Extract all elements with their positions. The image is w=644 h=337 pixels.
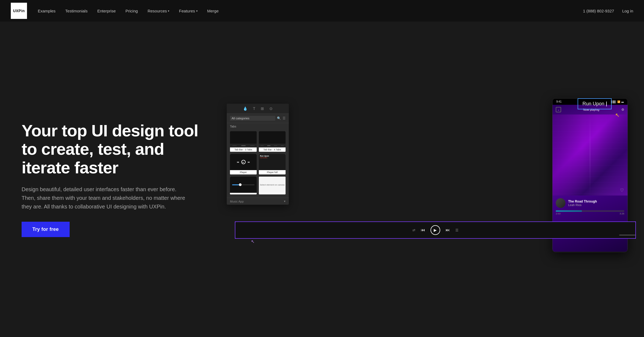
text-icon[interactable]: T — [253, 106, 255, 111]
phone-number: 1 (888) 802-9327 — [583, 9, 614, 13]
tab3-label: Tab Bar - 3 Tabs — [230, 147, 257, 152]
hero-description: Design beautiful, detailed user interfac… — [22, 185, 189, 211]
tab4-label: Tab Bar - 4 Tabs — [259, 147, 286, 152]
nav-item-enterprise[interactable]: Enterprise — [97, 9, 116, 13]
status-time: 9:41 — [556, 100, 561, 103]
panel-item-player-full[interactable]: Run Upon interaction Player full — [259, 154, 286, 174]
nav-item-examples[interactable]: Examples — [38, 9, 56, 13]
prev-icon: ⏮ — [237, 161, 239, 163]
navigation: UXPin Examples Testimonials Enterprise P… — [0, 0, 644, 22]
selection-corner-bl — [235, 237, 237, 239]
time-current: 2:03 — [556, 212, 561, 215]
album-art: ♡ — [553, 114, 628, 196]
player-label: Player — [230, 170, 257, 174]
image-icon[interactable]: ⊞ — [261, 106, 264, 111]
nav-item-features[interactable]: Features ▾ — [179, 9, 197, 13]
progress-section: 2:03 3:26 — [553, 210, 628, 216]
progress-bar-fill — [556, 211, 582, 211]
play-pause-button[interactable]: ▶ — [431, 225, 440, 235]
nav-right: 1 (888) 802-9327 Log in — [583, 9, 633, 13]
next-icon: ⏭ — [248, 161, 250, 163]
track-title: The Road Through — [568, 200, 624, 203]
panel-footer-arrow: ▾ — [284, 200, 286, 203]
panel-item-slider[interactable] — [230, 177, 257, 194]
category-select[interactable]: All categories — [230, 116, 275, 121]
design-panel: 💧 T ⊞ ⊙ All categories 🔍 ☰ Tabs — [227, 104, 289, 205]
chevron-down-icon: ▾ — [196, 9, 198, 12]
progress-times: 2:03 3:26 — [556, 212, 624, 215]
chevron-down-icon[interactable]: ⌄ — [556, 107, 561, 112]
like-button[interactable]: ♡ — [620, 188, 624, 193]
selection-corner-tr — [634, 221, 636, 224]
login-button[interactable]: Log in — [622, 9, 633, 13]
select-label: Select element on canvas — [259, 183, 285, 187]
track-info: The Road Through Leah Rios — [553, 196, 628, 210]
play-icon: ▶ — [434, 228, 437, 232]
chevron-down-icon: ▾ — [168, 9, 169, 12]
cta-button[interactable]: Try for free — [22, 222, 70, 237]
time-total: 3:26 — [619, 212, 624, 215]
track-artist: Leah Rios — [568, 203, 624, 207]
cursor-pointer-icon: ↖ — [251, 239, 255, 244]
logo[interactable]: UXPin — [11, 3, 27, 19]
settings-icon[interactable]: ⊙ — [269, 106, 273, 111]
slider-label — [230, 193, 257, 194]
nav-item-testimonials[interactable]: Testimonials — [65, 9, 88, 13]
panel-section-label: Tabs — [227, 123, 289, 130]
nav-item-pricing[interactable]: Pricing — [126, 9, 138, 13]
settings-icon[interactable]: ⚙ — [621, 108, 624, 112]
nav-links: Examples Testimonials Enterprise Pricing… — [38, 9, 583, 13]
run-upon-input[interactable]: Run Upon — [578, 98, 612, 109]
hero-title: Your top UI design tool to create, test,… — [22, 122, 211, 177]
wifi-icon: 📶 — [617, 100, 620, 103]
panel-grid: Tab Bar - 3 Tabs — [227, 130, 289, 198]
hero-content: Your top UI design tool to create, test,… — [22, 122, 211, 237]
shuffle-icon[interactable]: ⇄ — [412, 228, 415, 232]
panel-footer-label: Music App — [230, 200, 244, 203]
selection-corner-br — [634, 237, 636, 239]
scrollbar[interactable] — [619, 235, 635, 235]
play-circle-icon: ▶ — [241, 160, 246, 164]
nav-item-resources[interactable]: Resources ▾ — [148, 9, 170, 13]
hero-visuals: Run Upon ↖ 💧 T ⊞ ⊙ All categories 🔍 ☰ Ta… — [221, 98, 628, 260]
selection-corner-tl — [235, 221, 237, 224]
menu-icon[interactable]: ☰ — [455, 228, 459, 232]
logo-text: UXPin — [13, 9, 25, 13]
prev-track-button[interactable]: ⏮ — [421, 228, 425, 232]
search-icon[interactable]: 🔍 — [277, 116, 281, 120]
status-icons: ▌▌▌ 📶 ▬ — [611, 100, 624, 103]
panel-footer: Music App ▾ — [227, 198, 289, 205]
panel-toolbar: 💧 T ⊞ ⊙ — [227, 104, 289, 114]
panel-item-tab3[interactable]: Tab Bar - 3 Tabs — [230, 131, 257, 152]
progress-bar-bg[interactable] — [556, 211, 624, 211]
hero-section: Your top UI design tool to create, test,… — [0, 22, 644, 337]
panel-item-player[interactable]: ⏮ ▶ ⏭ Player — [230, 154, 257, 174]
panel-item-select[interactable]: Select element on canvas — [259, 177, 286, 194]
cursor-caret — [606, 102, 607, 106]
next-track-button[interactable]: ⏭ — [446, 228, 450, 232]
cursor-pointer-icon: ↖ — [615, 112, 620, 118]
track-avatar — [556, 198, 565, 208]
panel-item-tab4[interactable]: Tab Bar - 4 Tabs — [259, 131, 286, 152]
droplet-icon[interactable]: 💧 — [243, 106, 248, 111]
nav-item-merge[interactable]: Merge — [207, 9, 219, 13]
list-icon[interactable]: ☰ — [283, 116, 286, 120]
battery-icon: ▬ — [621, 100, 624, 103]
track-text: The Road Through Leah Rios — [568, 200, 624, 207]
panel-filters: All categories 🔍 ☰ — [227, 114, 289, 123]
media-controls-overlay: ⇄ ⏮ ▶ ⏭ ☰ — [235, 221, 636, 239]
player-full-label: Player full — [259, 170, 286, 174]
signal-icon: ▌▌▌ — [611, 100, 616, 103]
